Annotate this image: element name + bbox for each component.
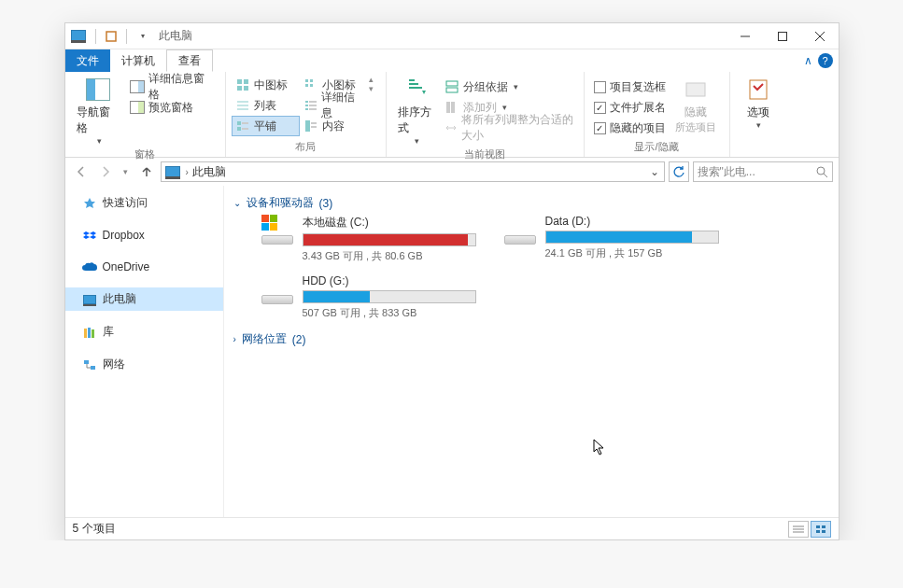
view-details-button[interactable] <box>788 521 809 538</box>
tab-computer[interactable]: 计算机 <box>110 49 166 72</box>
svg-rect-16 <box>310 79 313 82</box>
drive-usage-text: 24.1 GB 可用 , 共 157 GB <box>545 246 719 260</box>
view-tiles-button[interactable] <box>811 521 831 538</box>
address-bar[interactable]: › 此电脑 ⌄ <box>161 161 665 182</box>
item-checkboxes-toggle[interactable]: 项目复选框 <box>590 77 670 97</box>
nav-pane-button[interactable]: 导航窗格 ▾ <box>71 75 127 147</box>
svg-point-44 <box>817 167 825 175</box>
svg-rect-52 <box>270 215 277 222</box>
svg-line-45 <box>824 174 827 177</box>
drive-item[interactable]: 本地磁盘 (C:)3.43 GB 可用 , 共 80.6 GB <box>261 215 476 263</box>
computer-icon <box>165 166 180 178</box>
details-pane-button[interactable]: 详细信息窗格 <box>126 77 219 97</box>
computer-icon <box>82 292 97 307</box>
recent-button[interactable]: ▾ <box>120 161 133 182</box>
group-label: 布局 <box>232 140 380 156</box>
details-icon <box>303 98 317 113</box>
options-icon <box>745 77 771 103</box>
sidebar-item-libraries[interactable]: 库 <box>65 320 223 343</box>
sidebar-item-dropbox[interactable]: Dropbox <box>65 224 223 246</box>
file-extensions-toggle[interactable]: 文件扩展名 <box>590 97 670 118</box>
layout-medium-icons[interactable]: 中图标 <box>232 75 301 95</box>
svg-rect-47 <box>88 328 91 338</box>
svg-rect-61 <box>822 530 825 533</box>
sort-icon <box>403 77 430 103</box>
details-pane-icon <box>130 79 145 94</box>
status-bar: 5 个项目 <box>65 517 839 539</box>
network-icon <box>82 357 97 372</box>
svg-rect-36 <box>409 83 418 85</box>
status-item-count: 5 个项目 <box>73 521 116 537</box>
tab-file[interactable]: 文件 <box>65 49 110 72</box>
svg-rect-15 <box>305 79 308 82</box>
back-button[interactable] <box>71 161 92 182</box>
svg-rect-23 <box>309 101 317 103</box>
address-toolbar: ▾ › 此电脑 ⌄ 搜索"此电... <box>65 158 839 186</box>
drive-name: Data (D:) <box>545 215 719 228</box>
drive-item[interactable]: HDD (G:)507 GB 可用 , 共 833 GB <box>261 274 476 320</box>
computer-icon <box>71 30 86 42</box>
svg-rect-42 <box>686 83 705 96</box>
group-header-network[interactable]: › 网络位置 (2) <box>233 328 829 351</box>
svg-rect-30 <box>237 127 241 131</box>
navigation-pane: 快速访问 Dropbox OneDrive 此电脑 库 <box>65 186 224 517</box>
drive-usage-bar <box>545 231 719 244</box>
svg-rect-11 <box>237 79 242 84</box>
sidebar-item-onedrive[interactable]: OneDrive <box>65 256 223 278</box>
star-icon <box>82 196 97 211</box>
maximize-button[interactable] <box>764 23 801 49</box>
onedrive-icon <box>82 259 97 274</box>
up-button[interactable] <box>136 161 157 182</box>
svg-rect-58 <box>816 525 820 528</box>
svg-rect-34 <box>311 126 317 128</box>
chevron-down-icon: ⌄ <box>233 198 241 208</box>
layout-tiles[interactable]: 平铺 <box>232 116 301 136</box>
explorer-window: ▾ 此电脑 文件 计算机 查看 ∧ ? 导 <box>64 22 840 540</box>
content-icon <box>303 119 318 133</box>
sidebar-item-this-pc[interactable]: 此电脑 <box>65 287 223 311</box>
qat-properties-button[interactable] <box>102 27 120 46</box>
separator <box>126 29 127 44</box>
minimize-button[interactable] <box>727 23 764 49</box>
svg-rect-60 <box>816 530 820 533</box>
layout-list[interactable]: 列表 <box>232 95 301 116</box>
add-columns-icon <box>444 100 459 115</box>
layout-content[interactable]: 内容 <box>300 116 369 136</box>
layout-details[interactable]: 详细信息 <box>300 95 369 116</box>
forward-button[interactable] <box>95 161 116 182</box>
preview-pane-button[interactable]: 预览窗格 <box>126 97 219 118</box>
hide-selected-button[interactable]: 隐藏 所选项目 <box>670 75 722 136</box>
qat-customize-button[interactable]: ▾ <box>133 27 151 46</box>
collapse-ribbon-button[interactable]: ∧ <box>804 54 812 67</box>
svg-rect-22 <box>305 101 308 103</box>
breadcrumb[interactable]: 此电脑 <box>192 164 226 180</box>
hidden-items-toggle[interactable]: 隐藏的项目 <box>590 118 670 138</box>
sidebar-item-network[interactable]: 网络 <box>65 353 223 376</box>
tab-view[interactable]: 查看 <box>166 49 213 72</box>
nav-pane-label: 导航窗格 <box>77 105 121 136</box>
drive-usage-text: 3.43 GB 可用 , 共 80.6 GB <box>303 249 476 263</box>
list-icon <box>235 98 250 113</box>
ribbon-group-show-hide: 项目复选框 文件扩展名 隐藏的项目 隐藏 所选项目 显示/隐藏 <box>585 72 730 157</box>
main-content: ⌄ 设备和驱动器 (3) 本地磁盘 (C:)3.43 GB 可用 , 共 80.… <box>224 186 839 517</box>
address-dropdown[interactable]: ⌄ <box>647 165 662 178</box>
group-header-drives[interactable]: ⌄ 设备和驱动器 (3) <box>233 191 829 215</box>
close-button[interactable] <box>801 23 839 49</box>
help-button[interactable]: ? <box>818 53 833 68</box>
sidebar-item-quick-access[interactable]: 快速访问 <box>65 191 223 215</box>
drive-icon <box>261 278 293 304</box>
nav-pane-icon <box>85 77 111 103</box>
group-by-button[interactable]: 分组依据▾ <box>441 77 577 97</box>
svg-rect-38 <box>446 81 458 86</box>
svg-rect-33 <box>311 122 317 124</box>
drive-usage-bar <box>303 290 476 303</box>
svg-rect-39 <box>446 88 458 92</box>
refresh-button[interactable] <box>669 161 689 182</box>
sort-by-button[interactable]: 排序方式 ▾ <box>392 75 442 147</box>
drive-item[interactable]: Data (D:)24.1 GB 可用 , 共 157 GB <box>504 215 719 263</box>
svg-rect-51 <box>261 215 269 222</box>
size-columns-button[interactable]: 将所有列调整为合适的大小 <box>441 118 577 138</box>
options-button[interactable]: 选项 ▾ <box>736 75 781 132</box>
svg-rect-10 <box>138 102 144 113</box>
search-input[interactable]: 搜索"此电... <box>693 161 833 182</box>
